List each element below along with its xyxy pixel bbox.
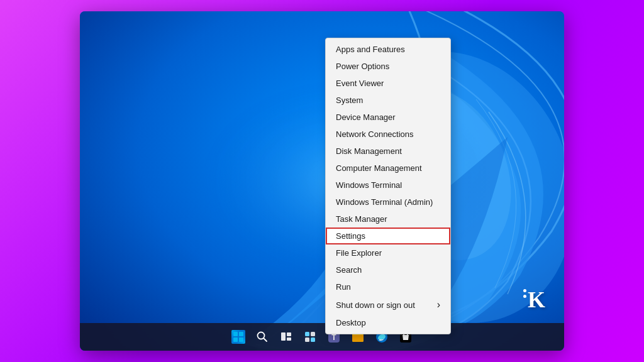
task-view-icon[interactable] bbox=[276, 327, 296, 347]
menu-item-windows-terminal-admin[interactable]: Windows Terminal (Admin) bbox=[326, 194, 450, 211]
widgets-icon[interactable] bbox=[300, 327, 320, 347]
menu-item-settings[interactable]: Settings bbox=[326, 228, 450, 244]
svg-rect-7 bbox=[287, 332, 291, 336]
menu-item-device-manager[interactable]: Device Manager bbox=[326, 109, 450, 126]
menu-item-label-task-manager: Task Manager bbox=[336, 214, 387, 224]
search-taskbar-icon[interactable] bbox=[252, 327, 272, 347]
menu-item-file-explorer[interactable]: File Explorer bbox=[326, 244, 450, 261]
screen-container: Apps and FeaturesPower OptionsEvent View… bbox=[80, 11, 564, 351]
menu-item-arrow-shut-down: › bbox=[437, 299, 440, 310]
menu-item-label-system: System bbox=[336, 96, 363, 105]
menu-item-system[interactable]: System bbox=[326, 92, 450, 109]
menu-item-computer-management[interactable]: Computer Management bbox=[326, 160, 450, 177]
menu-item-label-file-explorer: File Explorer bbox=[336, 248, 382, 258]
menu-item-shut-down[interactable]: Shut down or sign out› bbox=[326, 295, 450, 314]
context-menu: Apps and FeaturesPower OptionsEvent View… bbox=[325, 38, 451, 334]
svg-point-4 bbox=[258, 332, 265, 339]
menu-item-label-power-options: Power Options bbox=[336, 62, 389, 71]
svg-rect-6 bbox=[281, 332, 286, 341]
menu-item-label-disk-management: Disk Management bbox=[336, 146, 402, 156]
menu-item-label-run: Run bbox=[336, 282, 351, 292]
svg-text:T: T bbox=[331, 333, 336, 342]
start-button[interactable] bbox=[228, 327, 248, 347]
menu-item-disk-management[interactable]: Disk Management bbox=[326, 143, 450, 160]
menu-item-label-windows-terminal: Windows Terminal bbox=[336, 180, 402, 190]
menu-item-power-options[interactable]: Power Options bbox=[326, 58, 450, 75]
svg-rect-12 bbox=[311, 337, 315, 342]
menu-item-label-search: Search bbox=[336, 265, 362, 275]
k-dot-2 bbox=[523, 295, 526, 298]
menu-item-label-network-connections: Network Connections bbox=[336, 129, 414, 139]
k-dots bbox=[523, 289, 526, 298]
menu-item-label-windows-terminal-admin: Windows Terminal (Admin) bbox=[336, 197, 433, 207]
menu-item-label-computer-management: Computer Management bbox=[336, 163, 422, 173]
svg-rect-8 bbox=[287, 337, 291, 341]
menu-item-run[interactable]: Run bbox=[326, 278, 450, 295]
svg-rect-10 bbox=[311, 332, 315, 336]
svg-rect-11 bbox=[305, 337, 309, 342]
menu-item-label-apps-features: Apps and Features bbox=[336, 45, 405, 54]
menu-item-task-manager[interactable]: Task Manager bbox=[326, 211, 450, 228]
menu-item-label-device-manager: Device Manager bbox=[336, 112, 396, 122]
k-letter: K bbox=[528, 287, 545, 313]
svg-rect-9 bbox=[305, 332, 309, 336]
taskbar: T bbox=[80, 323, 564, 351]
k-watermark: K bbox=[523, 287, 545, 313]
menu-item-label-event-viewer: Event Viewer bbox=[336, 79, 384, 88]
menu-item-windows-terminal[interactable]: Windows Terminal bbox=[326, 177, 450, 194]
menu-item-desktop[interactable]: Desktop bbox=[326, 314, 450, 331]
menu-item-network-connections[interactable]: Network Connections bbox=[326, 126, 450, 143]
wallpaper bbox=[80, 11, 564, 351]
k-dot-1 bbox=[523, 289, 526, 292]
menu-item-event-viewer[interactable]: Event Viewer bbox=[326, 75, 450, 92]
menu-item-apps-features[interactable]: Apps and Features bbox=[326, 41, 450, 58]
menu-item-label-shut-down: Shut down or sign out bbox=[336, 300, 415, 310]
menu-item-label-settings: Settings bbox=[336, 231, 365, 241]
svg-rect-3 bbox=[80, 11, 564, 351]
menu-item-label-desktop: Desktop bbox=[336, 318, 366, 327]
menu-item-search[interactable]: Search bbox=[326, 261, 450, 278]
svg-line-5 bbox=[264, 339, 267, 342]
